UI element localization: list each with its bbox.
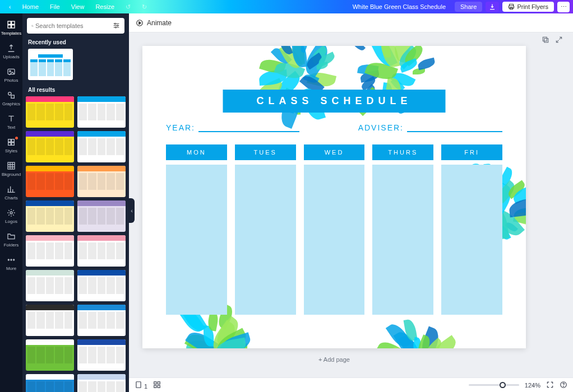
rail-uploads[interactable]: Uploads [0, 40, 22, 64]
menu-file[interactable]: File [44, 3, 66, 10]
template-thumb[interactable] [26, 270, 74, 301]
download-icon [489, 3, 496, 10]
menu-view[interactable]: View [66, 3, 90, 10]
svg-rect-5 [8, 25, 11, 28]
day-header[interactable]: WED [304, 144, 365, 160]
zoom-slider[interactable] [469, 384, 519, 386]
template-thumb[interactable] [26, 200, 74, 232]
rail-styles[interactable]: Styles [0, 134, 22, 158]
menu-undo[interactable]: ↺ [120, 3, 136, 11]
rail-label: Uploads [3, 54, 19, 59]
rail-templates[interactable]: Templates [0, 17, 22, 40]
rail-charts[interactable]: Charts [0, 181, 22, 205]
search-field[interactable] [35, 22, 113, 29]
add-page-button[interactable]: + Add page [142, 356, 526, 363]
menu-home[interactable]: Home [17, 3, 44, 10]
zoom-slider-knob[interactable] [500, 382, 506, 388]
svg-point-23 [114, 23, 115, 24]
menu-redo[interactable]: ↻ [136, 3, 153, 11]
template-thumb[interactable] [26, 235, 74, 267]
back-icon[interactable]: ‹ [3, 3, 17, 10]
graphics-icon [7, 91, 16, 100]
day-column[interactable]: FRI [441, 144, 502, 315]
template-thumb[interactable] [77, 305, 126, 336]
template-thumb[interactable] [77, 339, 126, 371]
day-body[interactable] [372, 165, 433, 315]
template-thumb[interactable] [26, 96, 74, 128]
svg-rect-4 [12, 21, 15, 24]
search-templates-input[interactable] [27, 18, 124, 34]
template-thumb[interactable] [26, 131, 74, 162]
template-thumb[interactable] [77, 270, 126, 301]
svg-rect-15 [8, 162, 15, 169]
design-page[interactable]: CLASS SCHEDULE YEAR: ADVISER: MONTUESWED… [142, 46, 526, 348]
template-thumb[interactable] [77, 96, 126, 128]
animate-button[interactable]: Animate [136, 19, 172, 27]
rail-label: Templates [1, 31, 21, 36]
day-column[interactable]: WED [304, 144, 365, 315]
svg-point-20 [31, 25, 33, 26]
day-header[interactable]: THURS [372, 144, 433, 160]
svg-rect-13 [8, 143, 11, 146]
schedule-title[interactable]: CLASS SCHEDULE [223, 90, 445, 113]
template-thumb[interactable] [26, 166, 74, 197]
template-thumb[interactable] [77, 374, 126, 392]
day-column[interactable]: MON [166, 144, 227, 315]
zoom-value[interactable]: 124% [525, 382, 540, 389]
template-thumb[interactable] [77, 166, 126, 197]
rail-background[interactable]: Bkground [0, 158, 22, 181]
rail-text[interactable]: Text [0, 111, 22, 134]
print-flyers-label: Print Flyers [517, 3, 548, 10]
help-icon[interactable] [560, 381, 567, 390]
template-thumb[interactable] [26, 339, 74, 371]
expand-page-icon[interactable] [555, 36, 563, 46]
template-thumb[interactable] [77, 200, 126, 232]
day-header[interactable]: MON [166, 144, 227, 160]
canvas-area: Animate CLASS SCHEDULE [129, 13, 573, 392]
day-column[interactable]: TUES [235, 144, 296, 315]
svg-line-21 [33, 26, 33, 26]
more-menu-button[interactable]: ⋯ [557, 2, 570, 12]
menu-resize[interactable]: Resize [90, 3, 120, 10]
share-button[interactable]: Share [455, 2, 482, 12]
fullscreen-icon[interactable] [546, 381, 554, 390]
day-column[interactable]: THURS [372, 144, 433, 315]
recent-template-thumb[interactable] [28, 49, 73, 80]
canvas-viewport[interactable]: CLASS SCHEDULE YEAR: ADVISER: MONTUESWED… [129, 32, 573, 377]
duplicate-page-icon[interactable] [542, 36, 549, 46]
logos-icon [7, 208, 16, 217]
templates-grid-scroll[interactable] [22, 96, 129, 392]
template-thumb[interactable] [77, 131, 126, 162]
svg-rect-35 [158, 385, 160, 388]
svg-rect-29 [544, 39, 548, 43]
day-body[interactable] [441, 165, 502, 315]
rail-logos[interactable]: Logos [0, 205, 22, 228]
svg-point-27 [115, 26, 116, 27]
print-flyers-button[interactable]: Print Flyers [502, 2, 554, 12]
search-icon [31, 22, 34, 30]
decor-splash-top-right [324, 46, 436, 91]
svg-rect-30 [543, 37, 547, 41]
page-count-icon[interactable]: 1 [135, 381, 147, 390]
document-title[interactable]: White Blue Green Class Schedule [347, 3, 451, 10]
adviser-label[interactable]: ADVISER: [358, 123, 404, 132]
day-header[interactable]: FRI [441, 144, 502, 160]
day-header[interactable]: TUES [235, 144, 296, 160]
rail-folders[interactable]: Folders [0, 228, 22, 252]
year-underline[interactable] [198, 131, 299, 132]
template-thumb[interactable] [26, 305, 74, 336]
grid-view-icon[interactable] [153, 381, 161, 390]
template-thumb[interactable] [26, 374, 74, 392]
adviser-underline[interactable] [407, 131, 502, 132]
template-thumb[interactable] [77, 235, 126, 267]
filter-icon[interactable] [113, 22, 120, 30]
year-label[interactable]: YEAR: [166, 123, 195, 132]
download-button[interactable] [486, 2, 499, 12]
day-body[interactable] [166, 165, 227, 315]
day-body[interactable] [304, 165, 365, 315]
rail-more[interactable]: More [0, 252, 22, 276]
rail-graphics[interactable]: Graphics [0, 87, 22, 111]
day-body[interactable] [235, 165, 296, 315]
photos-icon [7, 67, 16, 76]
rail-photos[interactable]: Photos [0, 64, 22, 87]
